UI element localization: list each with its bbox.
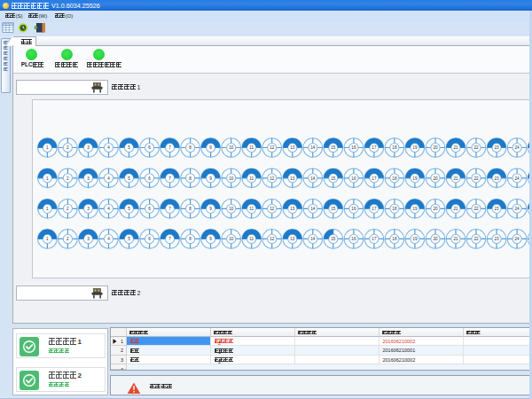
svg-text:19: 19 xyxy=(412,207,418,211)
svg-text:10: 10 xyxy=(229,145,234,150)
svg-text:8: 8 xyxy=(189,207,192,211)
svg-text:7: 7 xyxy=(168,145,171,150)
svg-text:22: 22 xyxy=(473,207,479,211)
svg-text:4: 4 xyxy=(107,145,110,150)
svg-text:6: 6 xyxy=(148,237,151,241)
svg-text:5: 5 xyxy=(128,237,130,241)
svg-text:5: 5 xyxy=(128,145,130,150)
svg-text:14: 14 xyxy=(310,237,316,241)
svg-text:12: 12 xyxy=(270,145,275,150)
svg-text:16: 16 xyxy=(351,237,356,241)
svg-text:24: 24 xyxy=(515,207,520,211)
svg-text:15: 15 xyxy=(331,237,336,241)
svg-text:15: 15 xyxy=(331,145,336,150)
svg-text:18: 18 xyxy=(392,145,397,150)
svg-text:1: 1 xyxy=(46,176,49,181)
svg-text:2: 2 xyxy=(66,145,69,150)
svg-text:2: 2 xyxy=(66,207,69,211)
svg-text:7: 7 xyxy=(168,176,171,181)
svg-text:24: 24 xyxy=(515,237,520,241)
svg-text:3: 3 xyxy=(87,207,90,211)
svg-text:12: 12 xyxy=(270,176,275,181)
svg-text:21: 21 xyxy=(453,145,458,150)
svg-text:11: 11 xyxy=(249,145,254,150)
svg-text:7: 7 xyxy=(168,207,171,211)
svg-text:8: 8 xyxy=(189,145,192,150)
svg-text:18: 18 xyxy=(392,176,397,181)
svg-text:3: 3 xyxy=(87,145,90,150)
svg-text:23: 23 xyxy=(495,145,500,150)
svg-text:1: 1 xyxy=(46,145,49,150)
svg-text:21: 21 xyxy=(453,176,458,181)
svg-text:12: 12 xyxy=(270,207,275,211)
svg-text:13: 13 xyxy=(290,176,295,181)
svg-text:4: 4 xyxy=(107,237,110,241)
svg-text:18: 18 xyxy=(392,237,397,241)
svg-text:11: 11 xyxy=(249,237,254,241)
svg-text:13: 13 xyxy=(290,237,295,241)
svg-text:14: 14 xyxy=(310,145,316,150)
svg-text:10: 10 xyxy=(229,176,234,181)
svg-text:5: 5 xyxy=(128,207,130,211)
svg-text:7: 7 xyxy=(168,237,171,241)
svg-text:2: 2 xyxy=(66,237,69,241)
svg-text:10: 10 xyxy=(229,237,234,241)
svg-text:4: 4 xyxy=(107,207,110,211)
svg-text:3: 3 xyxy=(87,237,90,241)
svg-text:24: 24 xyxy=(515,145,520,150)
svg-text:8: 8 xyxy=(189,237,192,241)
svg-text:24: 24 xyxy=(515,176,520,181)
svg-text:13: 13 xyxy=(290,207,295,211)
svg-text:9: 9 xyxy=(209,237,212,241)
svg-text:20: 20 xyxy=(433,176,438,181)
svg-text:23: 23 xyxy=(495,207,500,211)
svg-text:15: 15 xyxy=(331,176,336,181)
svg-text:6: 6 xyxy=(148,176,151,181)
svg-text:20: 20 xyxy=(433,237,438,241)
svg-text:16: 16 xyxy=(351,207,356,211)
svg-text:22: 22 xyxy=(473,145,479,150)
svg-text:14: 14 xyxy=(310,176,316,181)
svg-text:11: 11 xyxy=(249,207,254,211)
svg-text:15: 15 xyxy=(331,207,336,211)
svg-text:19: 19 xyxy=(412,145,418,150)
svg-text:20: 20 xyxy=(433,207,438,211)
svg-text:12: 12 xyxy=(270,237,275,241)
svg-text:2: 2 xyxy=(66,176,69,181)
svg-text:17: 17 xyxy=(372,237,377,241)
svg-text:1: 1 xyxy=(46,237,49,241)
svg-text:9: 9 xyxy=(209,207,212,211)
svg-text:18: 18 xyxy=(392,207,397,211)
svg-text:17: 17 xyxy=(372,176,377,181)
svg-text:22: 22 xyxy=(473,237,479,241)
svg-text:21: 21 xyxy=(453,207,458,211)
svg-text:20: 20 xyxy=(433,145,438,150)
svg-text:5: 5 xyxy=(128,176,130,181)
svg-text:22: 22 xyxy=(473,176,479,181)
svg-text:9: 9 xyxy=(209,145,212,150)
svg-text:8: 8 xyxy=(189,176,192,181)
svg-text:19: 19 xyxy=(412,237,418,241)
svg-text:21: 21 xyxy=(453,237,458,241)
svg-text:14: 14 xyxy=(310,207,316,211)
svg-text:17: 17 xyxy=(372,207,377,211)
svg-text:1: 1 xyxy=(46,207,49,211)
svg-text:19: 19 xyxy=(412,176,418,181)
svg-text:10: 10 xyxy=(229,207,234,211)
svg-text:17: 17 xyxy=(372,145,377,150)
svg-text:11: 11 xyxy=(249,176,254,181)
svg-text:16: 16 xyxy=(351,176,356,181)
svg-text:4: 4 xyxy=(107,176,110,181)
svg-text:6: 6 xyxy=(148,207,151,211)
svg-text:3: 3 xyxy=(87,176,90,181)
svg-text:9: 9 xyxy=(209,176,212,181)
svg-text:23: 23 xyxy=(495,176,500,181)
svg-text:16: 16 xyxy=(351,145,356,150)
svg-text:6: 6 xyxy=(148,145,151,150)
svg-text:13: 13 xyxy=(290,145,295,150)
svg-text:23: 23 xyxy=(495,237,500,241)
